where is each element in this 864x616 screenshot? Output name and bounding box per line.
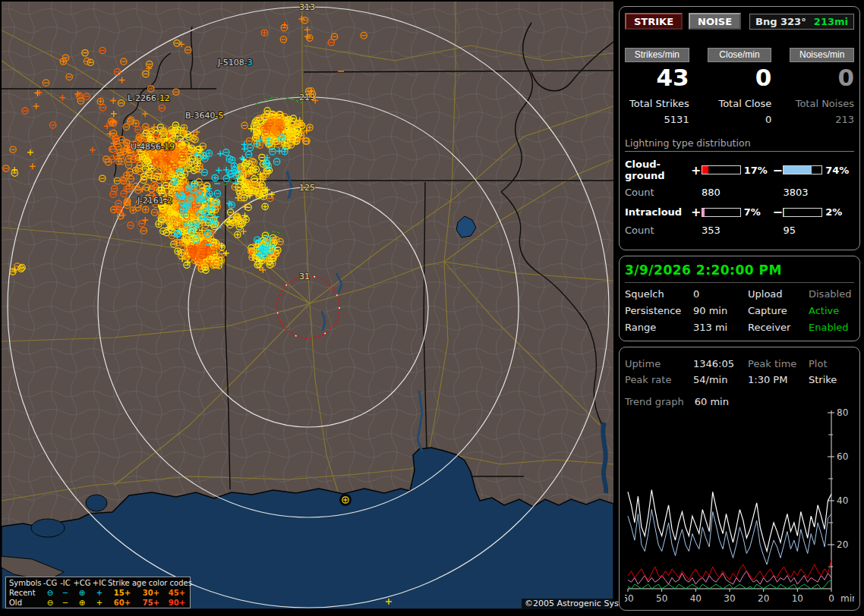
uptime-label: Uptime	[625, 358, 693, 369]
bearing-value: Bng 323°	[755, 16, 806, 27]
rate-columns: Strikes/min43Total Strikes5131Close/min0…	[625, 48, 854, 125]
count-row: Count8803803	[625, 187, 854, 198]
count-label: Count	[625, 187, 691, 198]
datetime: 3/9/2026 2:20:00 PM	[625, 262, 854, 283]
ic-minus-icon: −	[58, 598, 73, 608]
svg-text:10: 10	[792, 593, 803, 604]
age-code: 45+	[166, 588, 188, 598]
cg-minus-icon: ⊖	[43, 588, 58, 598]
svg-text:60: 60	[625, 593, 634, 604]
svg-text:U-4856-19: U-4856-19	[131, 142, 175, 152]
uptime-value: 1346:05	[693, 358, 748, 369]
plus-bar	[702, 208, 741, 217]
svg-text:31: 31	[299, 272, 310, 281]
age-code: 90+	[166, 598, 188, 608]
total-value: 0	[708, 114, 772, 125]
age-code: 30+	[137, 588, 166, 598]
svg-text:J-5108-3: J-5108-3	[217, 58, 253, 68]
distance-value: 213mi	[814, 16, 848, 27]
svg-text:80: 80	[837, 409, 848, 418]
svg-text:40: 40	[690, 593, 702, 604]
total-value: 5131	[625, 114, 689, 125]
status-value: Enabled	[809, 322, 854, 333]
status-value: 90 min	[693, 305, 748, 316]
svg-text:313: 313	[299, 2, 315, 12]
uptime-value: 54/min	[693, 374, 748, 385]
minus-count: 95	[772, 225, 854, 236]
minus-bar	[783, 165, 822, 174]
legend-symbols-header: Symbols	[8, 578, 43, 588]
plus-percent: 17%	[744, 165, 773, 176]
status-label: Squelch	[625, 288, 693, 300]
uptime-row: Uptime1346:05Peak timePlot	[625, 358, 854, 369]
legend-col-header: -IC	[58, 578, 73, 588]
cg-minus-icon: ⊖	[43, 598, 58, 608]
rate-chip-noises-min[interactable]: Noises/min	[790, 48, 854, 62]
total-label: Total Close	[708, 98, 772, 109]
status-label: Receiver	[748, 322, 809, 333]
rate-chip-close-min[interactable]: Close/min	[708, 48, 772, 62]
svg-text:60: 60	[837, 451, 848, 462]
svg-text:30: 30	[724, 593, 735, 604]
noise-button[interactable]: NOISE	[689, 13, 741, 30]
status-value: 313 mi	[693, 322, 748, 333]
svg-text:L-2266-12: L-2266-12	[128, 93, 170, 103]
strike-button[interactable]: STRIKE	[625, 13, 683, 30]
svg-text:0: 0	[828, 593, 834, 604]
age-code: 60+	[108, 598, 137, 608]
status-row: Squelch0UploadDisabled	[625, 288, 854, 300]
lightning-map[interactable]: 31125219313 J-5108-3L-2266-12B-3640-5U-4…	[0, 0, 615, 611]
rate-value: 43	[625, 64, 689, 91]
rate-column: Close/min0Total Close0	[708, 48, 772, 125]
cg-plus-icon: ⊕	[73, 588, 91, 598]
total-label: Total Strikes	[625, 98, 689, 109]
distribution-type-label: Cloud-ground	[625, 159, 691, 181]
status-row: Range313 miReceiverEnabled	[625, 322, 854, 333]
minus-sign: −	[773, 205, 783, 219]
trend-graph: 204060806050403020100min	[625, 409, 854, 612]
distribution-section: Lightning type distribution Cloud-ground…	[625, 137, 854, 236]
ic-plus-icon: +	[91, 598, 108, 608]
rate-value: 0	[790, 64, 854, 91]
bearing-readout[interactable]: Bng 323° 213mi	[749, 14, 854, 30]
legend-age-title: Strike age color codes	[108, 578, 188, 588]
trend-window-value: 60 min	[695, 396, 729, 407]
status-label: Upload	[748, 288, 809, 300]
trend-graph-label: Trend graph	[625, 396, 684, 407]
rate-column: Strikes/min43Total Strikes5131	[625, 48, 689, 125]
cg-plus-icon: ⊕	[73, 598, 91, 608]
status-row: Persistence90 minCaptureActive	[625, 305, 854, 316]
map-legend: Symbols-CG-IC+CG+ICStrike age color code…	[5, 577, 191, 608]
distribution-row: Intracloud+7%−2%	[625, 205, 854, 219]
ic-minus-icon: −	[58, 588, 73, 598]
distribution-row: Cloud-ground+17%−74%	[625, 159, 854, 181]
status-label: Capture	[748, 305, 809, 316]
uptime-value: Strike	[809, 374, 854, 385]
uptime-label: Plot	[809, 358, 854, 369]
svg-text:20: 20	[837, 539, 848, 550]
age-code: 75+	[137, 598, 166, 608]
minus-percent: 2%	[825, 206, 854, 218]
minus-percent: 74%	[825, 165, 854, 176]
legend-row-label: Recent	[8, 588, 43, 598]
status-value: Disabled	[809, 288, 854, 300]
age-code: 15+	[108, 588, 137, 598]
status-value: Active	[809, 305, 854, 316]
svg-text:50: 50	[656, 593, 667, 604]
legend-col-header: -CG	[43, 578, 58, 588]
svg-text:min: min	[840, 593, 854, 604]
plus-count: 353	[691, 225, 773, 236]
rate-chip-strikes-min[interactable]: Strikes/min	[625, 48, 689, 62]
svg-text:J-2161-2: J-2161-2	[137, 196, 172, 206]
count-label: Count	[625, 225, 691, 236]
distribution-type-label: Intracloud	[625, 206, 691, 218]
svg-text:20: 20	[758, 593, 769, 604]
rate-column: Noises/min0Total Noises213	[790, 48, 854, 125]
minus-count: 3803	[772, 187, 854, 198]
legend-row-label: Old	[8, 598, 43, 608]
svg-text:40: 40	[837, 495, 848, 506]
trend-panel: Uptime1346:05Peak timePlotPeak rate54/mi…	[619, 347, 860, 611]
total-label: Total Noises	[790, 98, 854, 109]
legend-col-header: +IC	[91, 578, 108, 588]
minus-sign: −	[773, 163, 783, 178]
